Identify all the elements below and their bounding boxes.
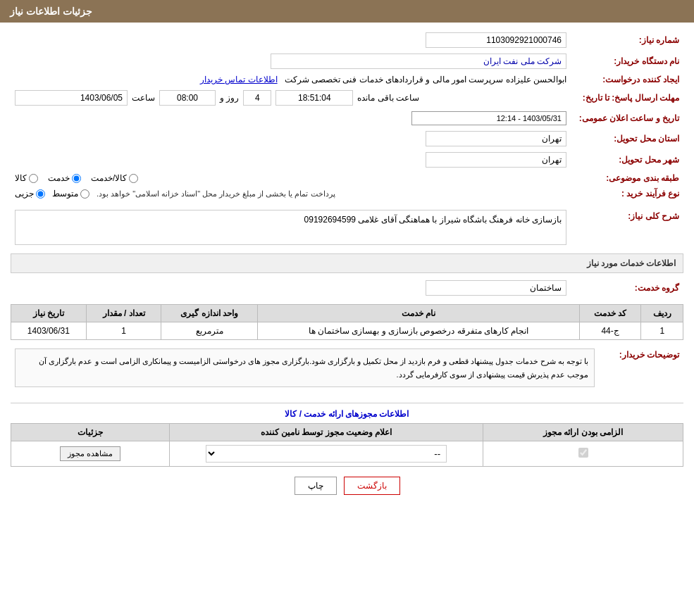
city-label: شهر محل تحویل: [571,149,683,170]
time-label: ساعت [132,93,155,103]
cell-radif: 1 [641,322,683,340]
service-group-value: ساختمان [11,277,571,298]
creator-row: ابوالحسن علیزاده سرپرست امور مالی و قرار… [11,72,571,87]
need-desc-textarea[interactable]: بازسازی خانه فرهنگ باشگاه شیراز با هماهن… [15,210,566,245]
cell-date: 1403/06/31 [11,322,87,340]
print-button[interactable]: چاپ [295,477,337,495]
purchase-jozi-radio[interactable] [36,189,45,199]
services-data-table: ردیف کد خدمت نام خدمت واحد اندازه گیری ت… [11,304,683,340]
category-khedmat-option: خدمت [48,173,81,183]
purchase-jozi-option: جزیی [15,189,45,199]
need-number-label: شماره نیاز: [571,30,683,51]
table-row: 1 ج-44 انجام کارهای متفرقه درخصوص بازساز… [11,322,683,340]
category-kala-radio[interactable] [29,174,38,183]
province-value: تهران [11,128,571,149]
category-label: طبقه بندی موضوعی: [571,170,683,186]
license-row: -- مشاهده مجوز [11,441,683,467]
days-input: 4 [243,90,271,106]
col-code: کد خدمت [579,305,641,322]
back-button[interactable]: بازگشت [344,477,400,495]
licenses-table: الزامی بودن ارائه مجوز اعلام وضعیت مجوز … [11,423,683,467]
main-content: شماره نیاز: 1103092921000746 نام دستگاه … [0,23,694,512]
buyer-station-label: نام دستگاه خریدار: [571,51,683,72]
creator-name: ابوالحسن علیزاده سرپرست امور مالی و قرار… [285,75,566,84]
category-kala-khedmat-option: کالا/خدمت [91,173,138,183]
col-name: نام خدمت [258,305,580,322]
service-group-input: ساختمان [426,280,566,296]
view-license-button[interactable]: مشاهده مجوز [60,446,120,461]
deadline-row: 1403/06/05 ساعت 08:00 روز و 4 18:51:04 س… [11,87,571,108]
send-deadline-label: مهلت ارسال پاسخ: تا تاریخ: [571,87,683,108]
announce-value: 1403/05/31 - 12:14 [11,108,571,128]
col-radif: ردیف [641,305,683,322]
licenses-section-title: اطلاعات مجوزهای ارائه خدمت / کالا [11,403,683,419]
purchase-motavat-radio[interactable] [80,189,89,199]
need-number-value: 1103092921000746 [11,30,571,51]
category-kala-option: کالا [15,173,38,183]
col-qty: تعداد / مقدار [86,305,161,322]
lic-col-details: جزئیات [11,424,170,441]
cell-qty: 1 [86,322,161,340]
lic-col-status: اعلام وضعیت مجوز توسط نامین کننده [170,424,483,441]
action-buttons: بازگشت چاپ [11,477,683,495]
purchase-type-label: نوع فرآیند خرید : [571,186,683,201]
info-table: شماره نیاز: 1103092921000746 نام دستگاه … [11,30,683,201]
purchase-motavat-option: متوسط [52,189,89,199]
purchase-type-row: جزیی متوسط پرداخت تمام یا بخشی از مبلغ خ… [11,186,571,201]
col-date: تاریخ نیاز [11,305,87,322]
lic-status-cell: -- [170,441,483,467]
service-group-label: گروه خدمت: [571,277,683,298]
announce-label: تاریخ و ساعت اعلان عمومی: [571,108,683,128]
lic-required-cell [483,441,683,467]
buyer-station-value: شرکت ملی نفت ایران [11,51,571,72]
need-desc-cell: بازسازی خانه فرهنگ باشگاه شیراز با هماهن… [11,207,571,248]
col-unit: واحد اندازه گیری [161,305,258,322]
category-khedmat-radio[interactable] [72,174,81,183]
time-remaining-input: 18:51:04 [275,90,353,106]
category-kala-khedmat-radio[interactable] [129,174,138,183]
announce-input: 1403/05/31 - 12:14 [411,111,566,125]
category-kala-khedmat-label: کالا/خدمت [91,173,127,183]
cell-code: ج-44 [579,322,641,340]
province-label: استان محل تحویل: [571,128,683,149]
creator-contact-link[interactable]: اطلاعات تماس خریدار [200,75,278,84]
date-input: 1403/06/05 [15,90,128,106]
need-desc-table: شرح کلی نیاز: بازسازی خانه فرهنگ باشگاه … [11,207,683,248]
need-number-input: 1103092921000746 [426,32,566,48]
time-input: 08:00 [159,90,216,106]
lic-col-required: الزامی بودن ارائه مجوز [483,424,683,441]
category-row: کالا خدمت کالا/خدمت [11,170,571,186]
lic-required-checkbox[interactable] [578,448,588,458]
days-label: روز و [220,93,239,103]
time-remaining-label: ساعت باقی مانده [357,93,419,103]
purchase-note: پرداخت تمام یا بخشی از مبلغ خریدار محل "… [97,189,335,199]
city-value: تهران [11,149,571,170]
buyer-note-table: توضیحات خریدار: با توجه به شرح خدمات جدو… [11,346,683,396]
lic-status-select[interactable]: -- [206,445,447,463]
purchase-jozi-label: جزیی [15,189,34,199]
buyer-note-cell: با توجه به شرح خدمات جدول پیشنهاد قطعی و… [11,346,599,396]
buyer-station-input: شرکت ملی نفت ایران [271,54,566,69]
creator-label: ایجاد کننده درخواست: [571,72,683,87]
category-kala-label: کالا [15,173,27,183]
page-header: جزئیات اطلاعات نیاز [0,0,694,23]
buyer-note-label: توضیحات خریدار: [599,346,683,396]
page-wrapper: جزئیات اطلاعات نیاز شماره نیاز: 11030929… [0,0,694,616]
lic-details-cell: مشاهده مجوز [11,441,170,467]
services-section-title: اطلاعات خدمات مورد نیاز [11,253,683,273]
buyer-note-content: با توجه به شرح خدمات جدول پیشنهاد قطعی و… [15,348,595,387]
city-input: تهران [426,152,566,168]
service-group-table: گروه خدمت: ساختمان [11,277,683,298]
purchase-motavat-label: متوسط [52,189,78,199]
cell-unit: مترمربع [161,322,258,340]
category-khedmat-label: خدمت [48,173,70,183]
page-title: جزئیات اطلاعات نیاز [10,6,92,17]
need-desc-label: شرح کلی نیاز: [571,207,683,248]
cell-name: انجام کارهای متفرقه درخصوص بازسازی و بهس… [258,322,580,340]
province-input: تهران [426,131,566,146]
